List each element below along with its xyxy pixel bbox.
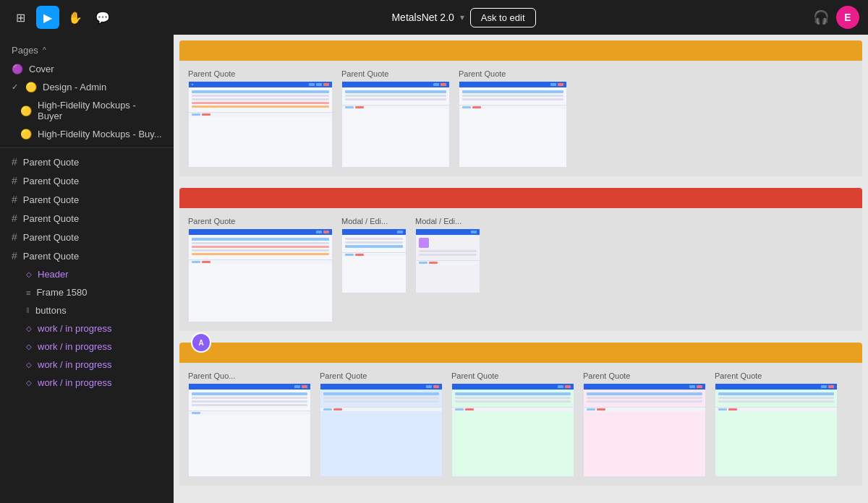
sidebar-item-pq1[interactable]: # Parent Quote [0, 152, 174, 171]
mini-rm2a [419, 238, 429, 248]
frame-wrapper-s3-2: Parent Quote [320, 371, 443, 477]
mini-r-s2a [192, 242, 329, 244]
sidebar-item-buttons[interactable]: ⦀ buttons [0, 301, 174, 319]
topbar-right: 🎧 E [813, 6, 859, 29]
pages-label: Pages [12, 45, 38, 56]
mini-col-s3-5 [718, 392, 834, 404]
diamond-icon-wip2: ◇ [26, 343, 32, 351]
cursor-tool[interactable]: ▶ [36, 6, 59, 29]
pages-section-header[interactable]: Pages ^ [0, 40, 174, 60]
hand-tool[interactable]: ✋ [64, 6, 87, 29]
fbb-s3-r5 [728, 408, 737, 410]
mini-col-s3-3 [455, 392, 571, 404]
mini-hr-2 [345, 90, 446, 93]
fbb-s3-1 [189, 410, 310, 415]
buttons-label: buttons [35, 305, 67, 316]
diamond-icon-wip1: ◇ [26, 324, 32, 332]
frame-card-modal1[interactable] [341, 228, 407, 293]
sidebar-item-pq6[interactable]: # Parent Quote [0, 246, 174, 265]
frame-card-s3-3[interactable] [451, 383, 574, 477]
title-chevron-icon[interactable]: ▾ [460, 12, 464, 22]
mini-rm2c [419, 254, 477, 256]
mini-col-1 [192, 90, 329, 109]
fbb-m1-r [355, 254, 364, 256]
hash-icon-1: # [12, 156, 17, 168]
mini-dot [192, 84, 193, 85]
mini-s3-r1 [302, 385, 307, 388]
frame-card-s3-4[interactable] [583, 383, 706, 477]
sidebar-item-frame1580[interactable]: ≡ Frame 1580 [0, 283, 174, 301]
fbb-s2-r [202, 261, 210, 263]
avatar[interactable]: E [836, 6, 859, 29]
sidebar-item-design-admin[interactable]: ✓ 🟡 Design - Admin [0, 78, 174, 96]
mini-s3h3 [455, 392, 571, 395]
sidebar-item-pq4[interactable]: # Parent Quote [0, 209, 174, 228]
main-layout: Pages ^ 🟣 Cover ✓ 🟡 Design - Admin 🟡 Hig… [0, 35, 868, 503]
sidebar-divider-1 [0, 147, 174, 148]
frame-card-3[interactable] [459, 81, 567, 168]
mini-btn-row-s2 [316, 231, 329, 233]
wip1-label: work / in progress [38, 323, 112, 334]
mini-s3r1a [192, 397, 307, 399]
mini-btn-row-s3-1 [294, 385, 307, 388]
frame-bottom-s2 [189, 259, 332, 264]
fbb-s3-b2 [323, 408, 332, 410]
mini-s3r4a [587, 397, 702, 399]
sidebar-item-hifi-buy2[interactable]: 🟡 High-Fidelity Mockups - Buy... [0, 125, 174, 143]
mini-s3r2a [323, 397, 439, 399]
hash-icon-5: # [12, 231, 17, 243]
frames-row-1: Parent Quote [179, 61, 862, 176]
pq5-label: Parent Quote [23, 232, 79, 243]
mini-topbar-modal1 [342, 229, 406, 235]
section-band-orange-1 [179, 40, 862, 61]
ask-to-edit-button[interactable]: Ask to edit [470, 8, 536, 27]
diamond-icon-header: ◇ [26, 270, 32, 278]
sidebar-item-pq2[interactable]: # Parent Quote [0, 171, 174, 190]
frame-wrapper-s3-5: Parent Quote [715, 371, 838, 477]
frame-card-2[interactable] [341, 81, 450, 168]
mini-btn-r2 [558, 83, 563, 86]
comment-tool[interactable]: 💬 [91, 6, 114, 29]
header-label: Header [38, 269, 69, 280]
headphone-icon[interactable]: 🎧 [813, 9, 829, 25]
frame-card-1[interactable] [188, 81, 333, 168]
fbb-btn-red-3 [472, 106, 481, 108]
mini-content-s2 [189, 235, 332, 259]
cover-label: Cover [29, 64, 54, 74]
sidebar-item-pq5[interactable]: # Parent Quote [0, 228, 174, 246]
frames-row-3: Parent Quo... [179, 363, 862, 486]
frame-card-s3-2[interactable] [320, 383, 443, 477]
frame-wrapper-modal2: Modal / Edi... [415, 217, 480, 322]
sidebar-item-wip1[interactable]: ◇ work / in progress [0, 319, 174, 338]
frame-label-2: Parent Quote [341, 69, 450, 78]
canvas[interactable]: Parent Quote [174, 35, 868, 503]
frame-card-modal2[interactable] [415, 228, 480, 293]
fbb-s3-r3 [465, 408, 474, 410]
mini-btn-row-s3-5 [821, 385, 834, 388]
lines-icon-frame: ≡ [26, 288, 30, 297]
mini-btn-r1 [441, 83, 446, 86]
mini-s3-r5 [828, 385, 834, 388]
fbb-btn-3 [462, 106, 471, 108]
mini-row-orange [192, 106, 329, 108]
frame-card-s3-1[interactable] [188, 383, 311, 477]
cover-page-icon: 🟣 [12, 64, 23, 74]
grid-tool[interactable]: ⊞ [9, 6, 32, 29]
sidebar-item-header[interactable]: ◇ Header [0, 265, 174, 283]
sidebar-item-hifi-buyer[interactable]: 🟡 High-Fidelity Mockups - Buyer [0, 96, 174, 125]
sidebar-item-pq3[interactable]: # Parent Quote [0, 190, 174, 209]
mini-s3r5a [718, 397, 834, 399]
sidebar-item-wip4[interactable]: ◇ work / in progress [0, 374, 174, 392]
frame-card-s3-5[interactable] [715, 383, 838, 477]
mini-rm2b [419, 250, 477, 252]
fbb-m2-r [429, 262, 438, 264]
frame-label-s3-2: Parent Quote [320, 371, 443, 380]
frame-card-s2-1[interactable] [188, 228, 333, 322]
sidebar-item-wip2[interactable]: ◇ work / in progress [0, 338, 174, 356]
mini-s3-b4 [689, 385, 695, 388]
fbb-s3-r2 [333, 408, 342, 410]
wip3-label: work / in progress [38, 359, 112, 370]
diamond-icon-wip4: ◇ [26, 379, 32, 387]
sidebar-item-wip3[interactable]: ◇ work / in progress [0, 356, 174, 374]
sidebar-item-cover[interactable]: 🟣 Cover [0, 60, 174, 78]
